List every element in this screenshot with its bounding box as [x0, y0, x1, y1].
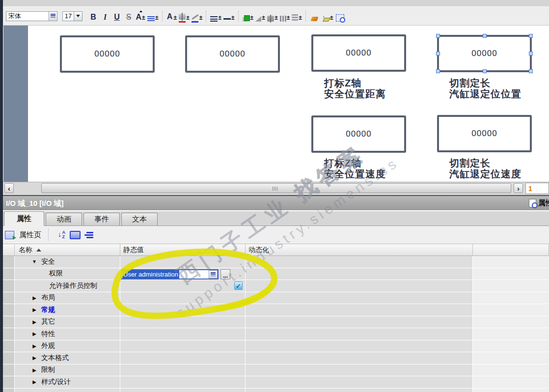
property-name-cell[interactable]: ▶样式/设计	[15, 376, 120, 389]
dynamization-cell[interactable]	[246, 340, 473, 353]
distribute-horizontal-button[interactable]: ±	[291, 10, 303, 23]
dynamization-cell[interactable]	[246, 256, 473, 268]
scroll-left-button[interactable]: ‹	[4, 183, 14, 193]
font-name-combo[interactable]: 宋体	[6, 11, 57, 22]
selection-handle-ne[interactable]	[529, 34, 533, 38]
property-name-cell[interactable]: ▼安全	[15, 256, 120, 268]
dynamization-cell[interactable]	[246, 304, 473, 316]
horizontal-scrollbar[interactable]: ‹ › 1	[3, 182, 549, 195]
line-weight-button[interactable]: ±	[222, 10, 236, 23]
italic-button[interactable]: I	[99, 10, 111, 23]
dropdown-indicator-icon[interactable]: ±	[287, 13, 290, 23]
selection-handle-se[interactable]	[529, 69, 533, 73]
static-value-cell[interactable]	[120, 292, 246, 305]
dynamization-cell[interactable]	[246, 364, 473, 377]
canvas-text-label[interactable]: 切割定长汽缸退定位位置	[449, 78, 522, 100]
font-size-dropdown-button[interactable]	[74, 11, 82, 21]
dynamization-cell[interactable]	[246, 328, 473, 340]
property-name-cell[interactable]: ▶限制	[15, 364, 120, 377]
static-value-cell[interactable]	[120, 340, 246, 353]
io-field[interactable]: 00000	[60, 35, 155, 73]
dropdown-indicator-icon[interactable]: ±	[218, 13, 221, 23]
dropdown-indicator-icon[interactable]: ±	[299, 13, 302, 23]
dropdown-indicator-icon[interactable]: ±	[250, 13, 254, 23]
column-header-static-value[interactable]: 静态值	[120, 244, 246, 256]
fill-color-button[interactable]: ±	[242, 10, 255, 23]
properties-button[interactable]: 属性	[529, 198, 549, 208]
canvas-text-label[interactable]: 切割定长汽缸退定位速度	[449, 158, 522, 180]
dropdown-indicator-icon[interactable]: ±	[274, 13, 278, 23]
property-name-cell[interactable]: ▶外观	[15, 340, 120, 353]
bold-button[interactable]: B	[87, 10, 99, 23]
dropdown-indicator-icon[interactable]: ±	[262, 13, 265, 23]
chevron-right-icon[interactable]: ▶	[31, 319, 37, 325]
static-value-cell[interactable]	[120, 352, 246, 364]
underline-button[interactable]: U	[111, 10, 123, 23]
property-page-label[interactable]: 属性页	[19, 230, 41, 240]
dropdown-indicator-icon[interactable]: ±	[155, 13, 159, 23]
chevron-right-icon[interactable]: ▶	[31, 343, 37, 349]
rotate-button[interactable]: ±	[254, 10, 266, 23]
chevron-right-icon[interactable]: ▶	[31, 379, 37, 385]
io-field[interactable]: 00000	[185, 35, 280, 73]
dynamization-cell[interactable]	[246, 280, 473, 292]
zoom-selection-button[interactable]	[334, 10, 346, 23]
background-color-button[interactable]: ±	[178, 10, 191, 23]
distribute-vertical-button[interactable]: ±	[279, 10, 291, 23]
chevron-right-icon[interactable]: ▶	[31, 355, 37, 361]
dropdown-indicator-icon[interactable]: ±	[142, 13, 145, 23]
chevron-right-icon[interactable]: ▶	[31, 295, 37, 301]
increase-font-size-button[interactable]: A±	[135, 10, 146, 23]
format-paintbrush-button[interactable]	[309, 10, 321, 23]
static-value-cell[interactable]	[120, 256, 246, 268]
canvas-text-label[interactable]: 打标Z轴安全位置距离	[324, 78, 386, 100]
line-style-button[interactable]: ±	[209, 10, 222, 23]
chevron-down-icon[interactable]: ▼	[31, 259, 37, 264]
dynamization-cell[interactable]	[246, 376, 473, 389]
chevron-right-icon[interactable]: ▶	[31, 367, 37, 373]
io-field[interactable]: 00000	[311, 115, 406, 153]
chevron-right-icon[interactable]: ▶	[31, 307, 37, 312]
static-value-cell[interactable]	[120, 376, 246, 389]
chevron-right-icon[interactable]: ▶	[31, 331, 37, 336]
static-value-cell[interactable]	[120, 304, 246, 316]
io-field-selected[interactable]: 00000	[437, 35, 532, 72]
selection-handle-w[interactable]	[436, 52, 440, 56]
dropdown-indicator-icon[interactable]: ±	[199, 13, 203, 23]
border-color-button[interactable]: ±	[191, 10, 204, 23]
operator-control-checkbox[interactable]: ✓	[234, 281, 243, 290]
tab-事件[interactable]: 事件	[83, 213, 120, 225]
align-objects-button[interactable]: ±	[266, 10, 279, 23]
scrollbar-thumb[interactable]	[41, 183, 511, 193]
selection-handle-nw[interactable]	[436, 34, 440, 38]
font-size-field[interactable]: 17	[62, 11, 74, 21]
layer-order-button[interactable]: ↑±	[321, 10, 334, 23]
property-name-cell[interactable]: ▶布局	[15, 292, 120, 305]
tab-动画[interactable]: 动画	[46, 213, 82, 225]
font-color-button[interactable]: A±	[165, 10, 178, 23]
text-align-button[interactable]: ±	[146, 10, 160, 23]
property-name-cell[interactable]: ▶其它	[15, 316, 120, 329]
sort-button[interactable]: ↓AZ	[56, 229, 67, 240]
io-field[interactable]: 00000	[437, 115, 532, 152]
category-view-button[interactable]	[70, 229, 81, 240]
selection-handle-n[interactable]	[483, 34, 487, 38]
canvas-text-label[interactable]: 打标Z轴安全位置速度	[324, 158, 386, 180]
static-value-cell[interactable]: ✓	[120, 280, 246, 292]
font-name-list-button[interactable]	[49, 11, 57, 21]
property-name-cell[interactable]: ▶常规	[15, 304, 120, 316]
tree-view-button[interactable]	[83, 229, 94, 240]
strikethrough-button[interactable]: S	[123, 10, 135, 23]
column-header-dynamization[interactable]: 动态化	[246, 244, 473, 256]
io-field[interactable]: 00000	[311, 34, 406, 72]
property-name-cell[interactable]: ▶文本格式	[15, 352, 120, 364]
scroll-right-button[interactable]: ›	[514, 183, 523, 193]
selection-handle-s[interactable]	[483, 69, 487, 73]
static-value-cell[interactable]	[120, 328, 246, 340]
dynamization-cell[interactable]	[246, 268, 473, 280]
screen-canvas[interactable]: 000000000000000000000000000000 打标Z轴安全位置距…	[3, 26, 549, 182]
static-value-cell[interactable]	[120, 316, 246, 329]
partial-screen-element[interactable]	[3, 26, 28, 182]
dropdown-indicator-icon[interactable]: ±	[174, 13, 177, 23]
property-name-cell[interactable]: 权限	[15, 268, 120, 280]
